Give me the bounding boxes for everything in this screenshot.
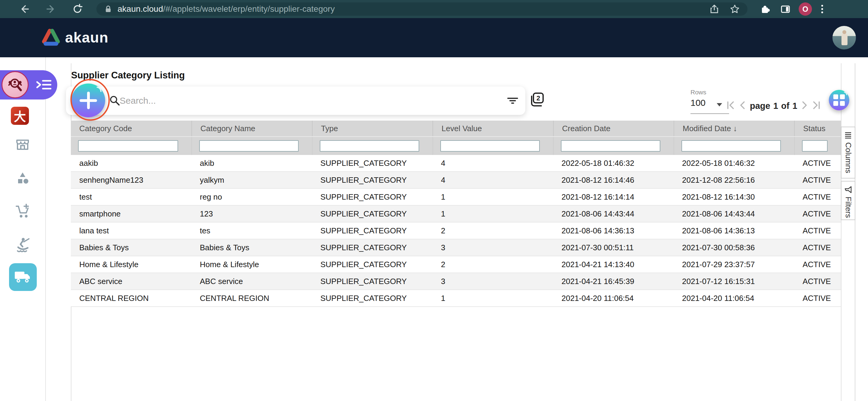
cell-modified-date: 2021-12-08 22:56:16 xyxy=(674,172,794,188)
rows-per-page-select[interactable]: 100 xyxy=(690,98,706,108)
table-header-row: Category CodeCategory NameTypeLevel Valu… xyxy=(71,121,841,136)
app-sidebar: 大 xyxy=(0,57,46,401)
cell-level-value: 1 xyxy=(433,290,553,306)
column-header-modified-date[interactable]: Modified Date ↓ xyxy=(674,121,794,136)
sidebar-item-dahua-app[interactable]: 大 xyxy=(11,107,29,125)
cell-status: ACTIVE xyxy=(794,222,841,239)
cell-category-name: 123 xyxy=(191,206,312,222)
sidebar-item-shapes[interactable] xyxy=(15,171,30,187)
share-icon[interactable] xyxy=(710,4,719,14)
column-header-level-value[interactable]: Level Value xyxy=(433,121,553,136)
previous-page-icon[interactable] xyxy=(739,100,745,111)
people-search-icon[interactable] xyxy=(1,71,29,98)
filter-input-status[interactable] xyxy=(802,140,828,152)
extensions-puzzle-icon[interactable] xyxy=(760,4,770,14)
filter-cell-category-code xyxy=(71,137,191,155)
cell-status: ACTIVE xyxy=(794,189,841,205)
sidebar-item-delivery[interactable] xyxy=(9,263,37,291)
filter-input-type[interactable] xyxy=(320,140,419,152)
table-row[interactable]: CENTRAL REGIONCENTRAL REGIONSUPPLIER_CAT… xyxy=(71,290,841,307)
column-header-creation-date[interactable]: Creation Date xyxy=(553,121,674,136)
cell-type: SUPPLIER_CATEGORY xyxy=(312,206,433,222)
cell-category-code: ABC service xyxy=(71,273,191,289)
table-row[interactable]: smartphone123SUPPLIER_CATEGORY12021-08-0… xyxy=(71,206,841,222)
search-icon xyxy=(109,95,121,107)
main-content: Supplier Category Listing 2 Rows 100 xyxy=(46,57,868,401)
filter-list-icon[interactable] xyxy=(507,95,519,108)
add-new-button[interactable] xyxy=(71,84,105,117)
total-pages-number: 1 xyxy=(792,101,797,111)
column-header-category-name[interactable]: Category Name xyxy=(191,121,312,136)
table-row[interactable]: aakibakibSUPPLIER_CATEGORY42022-05-18 01… xyxy=(71,155,841,172)
search-input[interactable] xyxy=(120,87,475,115)
filters-tab-label: Filters xyxy=(844,196,853,218)
table-row[interactable]: Home & LifestyleHome & LifestyleSUPPLIER… xyxy=(71,256,841,273)
cell-type: SUPPLIER_CATEGORY xyxy=(312,222,433,239)
sort-descending-icon: ↓ xyxy=(731,124,737,133)
filter-input-category-name[interactable] xyxy=(199,140,299,152)
cell-category-name: Home & Lifestyle xyxy=(191,256,312,273)
table-row[interactable]: lana testtesSUPPLIER_CATEGORY22021-08-06… xyxy=(71,222,841,239)
delivery-truck-icon xyxy=(14,271,32,284)
cell-category-code: smartphone xyxy=(71,206,191,222)
application-window: akaun.cloud/#/applets/wavelet/erp/entity… xyxy=(0,0,868,401)
cell-creation-date: 2022-05-18 01:46:32 xyxy=(553,155,674,171)
filter-input-level-value[interactable] xyxy=(440,140,540,152)
back-icon[interactable] xyxy=(19,4,30,14)
filters-panel-tab[interactable]: Filters xyxy=(841,181,855,220)
bookmark-star-icon[interactable] xyxy=(730,4,740,14)
cell-creation-date: 2021-04-21 16:45:39 xyxy=(553,273,674,289)
filter-input-category-code[interactable] xyxy=(78,140,178,152)
cell-status: ACTIVE xyxy=(794,172,841,188)
sidebar-active-item[interactable] xyxy=(0,70,57,99)
first-page-icon[interactable] xyxy=(726,100,735,111)
last-page-icon[interactable] xyxy=(812,100,821,111)
address-bar[interactable]: akaun.cloud/#/applets/wavelet/erp/entity… xyxy=(96,2,747,16)
cell-category-code: aakib xyxy=(71,155,191,171)
cell-modified-date: 2021-08-06 14:43:44 xyxy=(674,206,794,222)
browser-menu-icon[interactable] xyxy=(820,4,824,14)
svg-text:2: 2 xyxy=(536,94,540,102)
table-row[interactable]: Babies & ToysBabies & ToysSUPPLIER_CATEG… xyxy=(71,239,841,256)
column-header-type[interactable]: Type xyxy=(312,121,433,136)
url-host: akaun.cloud xyxy=(118,4,163,14)
akaun-logo: akaun xyxy=(41,28,108,47)
duplicate-view-icon[interactable]: 2 xyxy=(530,92,544,109)
grid-view-button[interactable] xyxy=(829,90,849,110)
filter-input-modified-date[interactable] xyxy=(681,140,781,152)
next-page-icon[interactable] xyxy=(802,100,808,111)
cell-category-code: lana test xyxy=(71,222,191,239)
side-panel-icon[interactable] xyxy=(780,4,791,14)
cell-category-code: CENTRAL REGION xyxy=(71,290,191,306)
filter-cell-creation-date xyxy=(553,137,674,155)
akaun-triangle-icon xyxy=(41,28,60,47)
cell-level-value: 3 xyxy=(433,273,553,289)
table-row[interactable]: testreg noSUPPLIER_CATEGORY12021-08-12 1… xyxy=(71,189,841,206)
column-header-category-code[interactable]: Category Code xyxy=(71,121,191,136)
funnel-icon xyxy=(844,186,852,193)
sidebar-item-water-ski[interactable] xyxy=(15,237,31,254)
filter-input-creation-date[interactable] xyxy=(561,140,660,152)
cell-category-code: test xyxy=(71,189,191,205)
table-row[interactable]: senhengName123yalkymSUPPLIER_CATEGORY420… xyxy=(71,172,841,189)
cell-modified-date: 2021-04-20 11:06:54 xyxy=(674,290,794,306)
column-header-status[interactable]: Status xyxy=(794,121,841,136)
sidebar-item-storefront[interactable] xyxy=(15,136,30,153)
expand-menu-icon[interactable] xyxy=(36,79,52,92)
columns-panel-tab[interactable]: Columns xyxy=(841,127,855,179)
cell-creation-date: 2021-08-06 14:43:44 xyxy=(553,206,674,222)
forward-icon[interactable] xyxy=(46,4,57,14)
table-row[interactable]: ABC serviceABC serviceSUPPLIER_CATEGORY3… xyxy=(71,273,841,290)
cell-creation-date: 2021-07-30 00:51:11 xyxy=(553,239,674,256)
cell-creation-date: 2021-08-12 16:14:14 xyxy=(553,189,674,205)
reload-icon[interactable] xyxy=(72,4,83,14)
brand-wordmark: akaun xyxy=(65,29,108,46)
cell-type: SUPPLIER_CATEGORY xyxy=(312,273,433,289)
browser-profile-avatar[interactable]: O xyxy=(799,2,812,16)
cell-level-value: 2 xyxy=(433,222,553,239)
sidebar-item-add-to-cart[interactable] xyxy=(15,204,30,220)
cell-level-value: 1 xyxy=(433,189,553,205)
filter-cell-type xyxy=(312,137,433,155)
dropdown-caret-icon[interactable] xyxy=(717,103,722,106)
user-avatar[interactable] xyxy=(832,26,856,50)
